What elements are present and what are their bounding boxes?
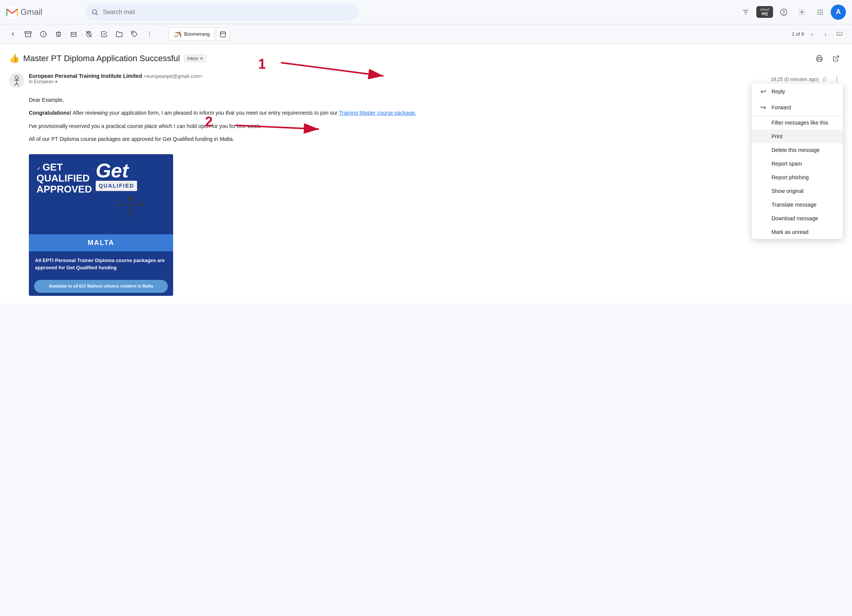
tasks-icon [101,31,107,38]
body-paragraph-1: Congratulations! After reviewing your ap… [29,109,843,117]
svg-point-41 [15,76,18,79]
svg-line-45 [17,83,19,85]
add-to-tasks-button[interactable] [97,27,111,41]
search-input[interactable] [103,9,352,16]
svg-point-27 [149,33,150,34]
back-icon [9,31,16,38]
archive-button[interactable] [21,27,35,41]
pagination: 1 of 6 ‹ › [792,28,831,40]
svg-point-7 [784,13,784,14]
avatar[interactable]: A [831,5,846,20]
search-bar[interactable] [85,3,358,21]
svg-point-13 [820,11,821,13]
mark-unread-icon [70,31,77,38]
mark-unread-button[interactable] [67,27,80,41]
dropdown-mark-unread[interactable]: Mark as unread [752,225,843,239]
inbox-close-icon[interactable]: ✕ [200,56,203,61]
nav-icons: cloud HQ [738,5,846,20]
sender-info: European Personal Training Institute Lim… [29,73,766,84]
delete-icon [55,31,62,38]
sender-email: <europeanpti@gmail.com> [144,73,203,79]
snooze-icon [85,31,92,38]
delete-message-label: Delete this message [772,147,820,153]
open-new-icon [833,55,839,62]
training-link[interactable]: Training Master course package. [339,110,416,116]
more-options-button[interactable] [143,27,156,41]
snooze-button[interactable] [82,27,96,41]
gmail-logo: Gmail [6,6,82,18]
weightlifter-icon: ★ ★ ★ [115,194,146,224]
sender-name-row: European Personal Training Institute Lim… [29,73,766,79]
forward-label: Forward [772,104,791,111]
svg-text:★: ★ [117,199,120,202]
dropdown-filter[interactable]: Filter messages like this [752,116,843,130]
banner-description: All EPTI Personal Trainer Diploma course… [29,251,173,277]
delete-button[interactable] [52,27,65,41]
svg-text:★: ★ [129,220,132,223]
banner-top: ✓ GET QUALIFIEDAPPROVED Get QUALIFIED [29,154,173,235]
banner-left: ✓ GET QUALIFIEDAPPROVED [36,162,92,197]
star-button[interactable]: ☆ [822,75,828,83]
boomerang-button[interactable]: 🪃 Boomerang [169,27,215,41]
svg-point-14 [822,11,823,13]
label-icon [131,31,138,38]
back-button[interactable] [6,27,20,41]
svg-rect-33 [837,32,843,35]
banner-malta: MALTA [29,234,173,251]
svg-point-28 [149,36,150,36]
dropdown-download[interactable]: Download message [752,212,843,225]
svg-point-16 [820,13,821,14]
prev-page-button[interactable]: ‹ [806,28,818,40]
open-in-new-button[interactable] [829,52,843,65]
dropdown-translate[interactable]: Translate message [752,198,843,212]
banner-footer: Available to all EU/ Maltese citizens re… [34,280,168,293]
filter-icon [742,8,749,16]
dropdown-reply[interactable]: ↩ Reply [752,84,843,100]
calendar-button[interactable] [216,27,230,41]
svg-point-47 [836,79,837,79]
qualified-box: QUALIFIED [96,181,137,191]
labels-button[interactable] [128,27,141,41]
calendar-icon [219,31,226,38]
body-text-1: After reviewing your application form, I… [73,110,339,116]
dropdown-forward[interactable]: ↪ Forward [752,100,843,115]
body-paragraph-2: I've provisionally reserved you a practi… [29,122,843,130]
filter-label: Filter messages like this [772,120,828,126]
help-icon-btn[interactable] [776,5,791,20]
dropdown-report-spam[interactable]: Report spam [752,157,843,171]
move-to-button[interactable] [112,27,126,41]
sender-to: to European ▾ [29,79,766,84]
inbox-tag[interactable]: Inbox ✕ [184,55,207,62]
settings-icon-btn[interactable] [794,5,809,20]
filter-icon-btn[interactable] [738,5,753,20]
dropdown-print[interactable]: Print [752,130,843,143]
svg-line-2 [96,13,98,15]
report-phishing-label: Report phishing [772,174,809,180]
dropdown-show-original[interactable]: Show original [752,184,843,198]
dropdown-delete[interactable]: Delete this message [752,143,843,157]
print-button[interactable] [813,52,826,65]
dropdown-report-phishing[interactable]: Report phishing [752,171,843,184]
google-apps-icon-btn[interactable] [813,5,828,20]
boomerang-label: Boomerang [184,31,210,37]
email-content: 👍 Master PT Diploma Application Successf… [0,44,852,303]
next-page-button[interactable]: › [819,28,831,40]
banner-content: ✓ GET QUALIFIEDAPPROVED Get QUALIFIED [29,154,173,296]
report-spam-label: Report spam [772,161,802,167]
cloudhq-button[interactable]: cloud HQ [756,6,773,18]
help-icon [780,8,787,16]
svg-point-22 [43,35,44,35]
inbox-label: Inbox [187,56,198,61]
svg-line-54 [126,211,131,219]
download-label: Download message [772,215,818,221]
keyboard-shortcuts-button[interactable] [833,30,846,39]
svg-line-55 [131,211,135,219]
reply-icon: ↩ [759,87,767,96]
body-bold: Congratulations! [29,110,71,116]
email-subject-row: 👍 Master PT Diploma Application Successf… [9,52,843,65]
report-spam-button[interactable] [36,27,50,41]
boomerang-icon: 🪃 [174,30,182,38]
dropdown-menu: ↩ Reply ↪ Forward Filter messages like t… [752,84,843,239]
sender-to-expand-button[interactable]: ▾ [55,79,57,84]
search-icon [91,8,98,16]
